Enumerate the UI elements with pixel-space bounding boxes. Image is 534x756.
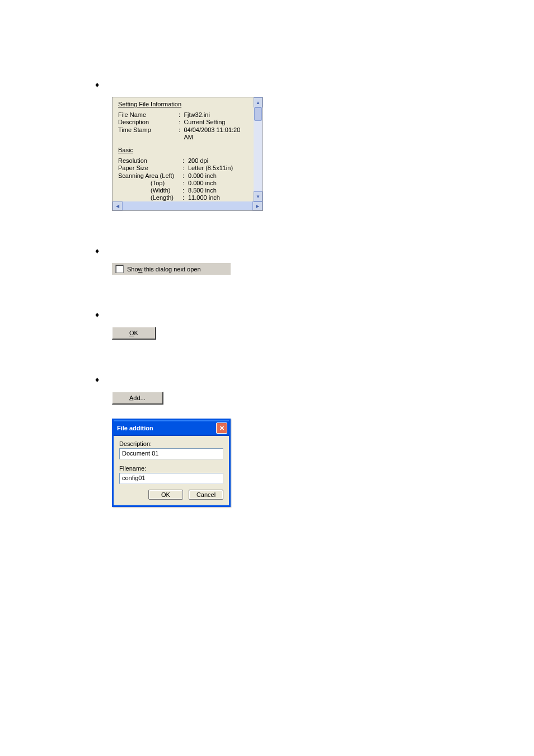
scroll-thumb[interactable] [254,107,262,121]
scroll-up-icon[interactable]: ▲ [254,97,263,107]
filename-label: Filename: [119,465,223,472]
close-icon[interactable]: ✕ [216,422,227,434]
filename-input[interactable]: config01 [119,473,223,484]
scroll-right-icon[interactable]: ▶ [252,201,263,210]
info-label: Time Stamp [118,126,179,134]
ok-button[interactable]: OK [112,327,156,340]
info-label: Paper Size [118,165,182,172]
info-value: Letter (8.5x11in) [188,165,233,172]
info-label: Description [118,119,179,126]
horizontal-scrollbar[interactable]: ◀ ▶ [113,201,263,210]
info-value: 0.000 inch [188,180,233,187]
dialog-ok-button[interactable]: OK [148,490,183,500]
bullet-icon: ♦ [95,375,99,383]
info-label: Resolution [118,157,182,165]
info-label: (Top) [118,180,182,187]
info-value: Fjtw32.ini [184,111,247,119]
info-value: 200 dpi [188,157,233,165]
dialog-title: File addition [117,425,153,431]
info-heading-2: Basic [118,147,247,154]
dialog-titlebar: File addition ✕ [114,420,229,436]
info-label: Scanning Area (Left) [118,172,182,180]
scroll-left-icon[interactable]: ◀ [113,201,123,210]
scroll-down-icon[interactable]: ▼ [254,191,263,201]
description-label: Description: [119,440,223,447]
info-label: (Width) [118,187,182,194]
vertical-scrollbar[interactable]: ▲ ▼ [254,97,263,201]
info-label: File Name [118,111,179,119]
dialog-cancel-button[interactable]: Cancel [189,490,223,500]
file-addition-dialog: File addition ✕ Description: Document 01… [112,419,231,507]
info-heading-1: Setting File Information [118,101,247,108]
info-value: 8.500 inch [188,187,233,194]
info-value: 11.000 inch [188,194,233,201]
show-dialog-checkbox-row[interactable]: Show this dialog next open [112,263,231,275]
description-input[interactable]: Document 01 [119,448,223,459]
bullet-icon: ♦ [95,311,99,318]
info-value: Current Setting [184,119,247,126]
setting-file-info-panel: Setting File Information File Name Descr… [112,97,263,211]
checkbox-box[interactable] [115,265,124,273]
bullet-icon: ♦ [95,247,99,255]
bullet-icon: ♦ [95,81,99,88]
checkbox-label: Show this dialog next open [127,266,201,273]
info-value: 04/04/2003 11:01:20 AM [184,126,247,141]
info-value: 0.000 inch [188,172,233,180]
add-button[interactable]: Add... [112,392,163,405]
info-label: (Length) [118,194,182,201]
